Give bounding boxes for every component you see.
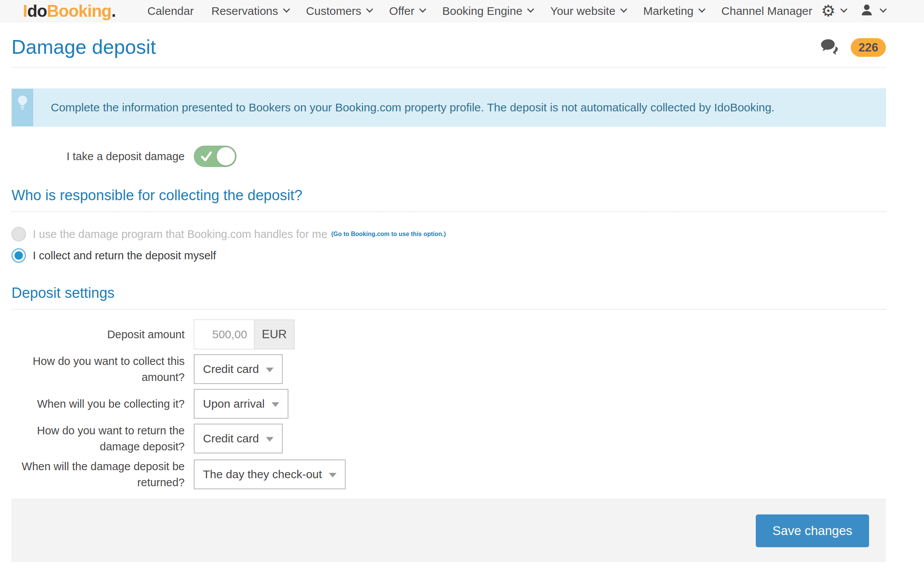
idobooking-logo[interactable]: IdoBooking. bbox=[23, 2, 116, 21]
nav-item-label: Customers bbox=[306, 5, 361, 18]
top-navigation-bar: IdoBooking. Calendar Reservations Custom… bbox=[0, 0, 924, 22]
deposit-toggle-label: I take a deposit damage bbox=[11, 148, 194, 164]
radio-button-selected[interactable] bbox=[11, 248, 26, 263]
collect-when-select[interactable]: Upon arrival bbox=[194, 389, 288, 419]
notification-count-badge[interactable]: 226 bbox=[851, 38, 886, 57]
title-icons: 226 bbox=[820, 35, 886, 57]
chevron-down-icon bbox=[366, 6, 373, 13]
chevron-down-icon bbox=[880, 6, 887, 13]
deposit-amount-label: Deposit amount bbox=[11, 326, 194, 342]
collect-method-row: How do you want to collect this amount? … bbox=[11, 353, 886, 385]
radio-button-disabled[interactable] bbox=[11, 227, 26, 241]
currency-addon: EUR bbox=[254, 320, 295, 349]
logo-part: I bbox=[23, 2, 27, 20]
chevron-down-icon bbox=[419, 6, 426, 13]
responsible-radio-group: I use the damage program that Booking.co… bbox=[11, 226, 886, 264]
info-banner-text: Complete the information presented to Bo… bbox=[33, 89, 885, 126]
save-button[interactable]: Save changes bbox=[756, 514, 869, 547]
radio-option-collect-myself[interactable]: I collect and return the deposit myself bbox=[11, 247, 886, 264]
section-divider bbox=[11, 309, 886, 310]
return-method-row: How do you want to return the damage dep… bbox=[11, 423, 886, 455]
user-icon bbox=[859, 2, 875, 20]
page-title: Damage deposit bbox=[11, 35, 156, 59]
caret-down-icon bbox=[272, 402, 279, 407]
radio-label: I collect and return the deposit myself bbox=[33, 249, 216, 262]
logo-part: . bbox=[111, 2, 116, 20]
section-heading-responsible: Who is responsible for collecting the de… bbox=[11, 186, 886, 204]
deposit-toggle-row: I take a deposit damage bbox=[11, 146, 886, 167]
lightbulb-icon bbox=[15, 95, 30, 126]
caret-down-icon bbox=[266, 368, 274, 372]
chevron-down-icon bbox=[840, 6, 847, 13]
chevron-down-icon bbox=[699, 6, 705, 13]
section-heading-settings: Deposit settings bbox=[11, 284, 886, 302]
main-menu: Calendar Reservations Customers Offer Bo… bbox=[138, 5, 821, 18]
logo-part: Booking bbox=[47, 2, 111, 20]
return-when-select[interactable]: The day they check-out bbox=[194, 460, 346, 489]
radio-option-booking-program[interactable]: I use the damage program that Booking.co… bbox=[11, 226, 886, 243]
messages-icon[interactable] bbox=[820, 39, 840, 57]
select-value: Upon arrival bbox=[203, 397, 265, 410]
chevron-down-icon bbox=[527, 6, 534, 13]
select-value: Credit card bbox=[203, 432, 259, 445]
deposit-toggle-switch[interactable] bbox=[194, 146, 237, 167]
nav-item-offer[interactable]: Offer bbox=[380, 5, 433, 18]
toggle-knob[interactable] bbox=[217, 147, 235, 165]
nav-item-reservations[interactable]: Reservations bbox=[203, 5, 297, 18]
deposit-amount-input[interactable] bbox=[194, 320, 254, 349]
select-value: The day they check-out bbox=[203, 468, 322, 481]
collect-method-select[interactable]: Credit card bbox=[194, 354, 283, 384]
deposit-amount-group: EUR bbox=[194, 320, 295, 349]
nav-item-label: Offer bbox=[389, 5, 414, 18]
select-value: Credit card bbox=[203, 363, 259, 376]
section-divider bbox=[11, 211, 886, 212]
return-method-select[interactable]: Credit card bbox=[194, 424, 283, 453]
nav-item-channel-manager[interactable]: Channel Manager bbox=[713, 5, 821, 18]
chevron-down-icon bbox=[283, 6, 290, 13]
form-footer: Save changes bbox=[11, 499, 886, 562]
nav-item-label: Your website bbox=[550, 5, 615, 18]
nav-item-label: Calendar bbox=[147, 5, 194, 18]
deposit-settings-form: Deposit amount EUR How do you want to co… bbox=[11, 320, 886, 490]
booking-com-link[interactable]: (Go to Booking.com to use this option.) bbox=[331, 231, 446, 238]
radio-dot bbox=[14, 251, 23, 260]
caret-down-icon bbox=[266, 437, 274, 442]
title-row: Damage deposit 226 bbox=[11, 22, 886, 59]
info-banner: Complete the information presented to Bo… bbox=[11, 88, 886, 127]
nav-item-your-website[interactable]: Your website bbox=[541, 5, 634, 18]
topbar-icons: ⚙ bbox=[821, 2, 885, 20]
chevron-down-icon bbox=[620, 6, 627, 13]
nav-item-booking-engine[interactable]: Booking Engine bbox=[433, 5, 541, 18]
logo-part: do bbox=[27, 2, 47, 20]
collect-method-label: How do you want to collect this amount? bbox=[11, 353, 194, 385]
caret-down-icon bbox=[329, 473, 336, 477]
collect-when-row: When will you be collecting it? Upon arr… bbox=[11, 389, 886, 419]
nav-item-label: Marketing bbox=[643, 5, 694, 18]
nav-item-customers[interactable]: Customers bbox=[297, 5, 380, 18]
page-content: Damage deposit 226 Complete the inform bbox=[11, 22, 886, 562]
deposit-amount-row: Deposit amount EUR bbox=[11, 320, 886, 349]
nav-item-label: Booking Engine bbox=[442, 5, 522, 18]
radio-label: I use the damage program that Booking.co… bbox=[33, 228, 327, 241]
collect-when-label: When will you be collecting it? bbox=[11, 396, 194, 412]
gear-icon: ⚙ bbox=[821, 3, 835, 19]
return-when-label: When will the damage deposit be returned… bbox=[11, 458, 194, 490]
info-banner-strip bbox=[12, 89, 33, 126]
settings-menu[interactable]: ⚙ bbox=[821, 3, 846, 19]
check-icon bbox=[200, 150, 213, 164]
nav-item-marketing[interactable]: Marketing bbox=[634, 5, 713, 18]
return-method-label: How do you want to return the damage dep… bbox=[11, 423, 194, 455]
nav-item-calendar[interactable]: Calendar bbox=[138, 5, 203, 18]
return-when-row: When will the damage deposit be returned… bbox=[11, 458, 886, 490]
nav-item-label: Reservations bbox=[211, 5, 278, 18]
title-divider bbox=[11, 67, 886, 68]
nav-item-label: Channel Manager bbox=[721, 5, 813, 18]
account-menu[interactable] bbox=[859, 2, 885, 20]
